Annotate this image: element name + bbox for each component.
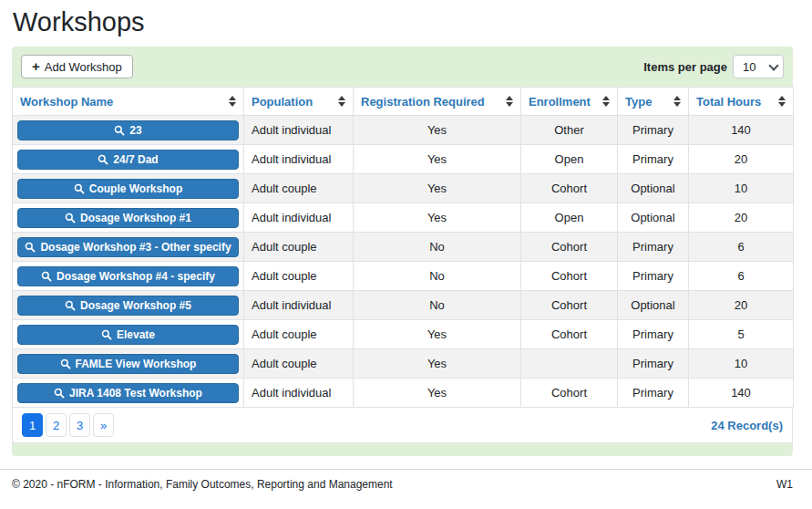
type-cell: Optional: [618, 203, 689, 233]
magnifier-icon: [74, 183, 85, 194]
workshop-name-button[interactable]: 24/7 Dad: [17, 150, 239, 170]
table-row: Dosage Workshop #4 - specify Adult coupl…: [13, 262, 794, 291]
pagination: 123»: [22, 413, 114, 437]
type-cell: Optional: [618, 174, 689, 203]
registration-required-cell: Yes: [354, 320, 521, 349]
table-header-row: Workshop Name Population Registration Re…: [13, 88, 794, 116]
enrollment-cell: Cohort: [521, 291, 618, 320]
population-cell: Adult individual: [244, 145, 354, 174]
site-footer: © 2020 - nFORM - Information, Family Out…: [0, 469, 812, 491]
workshop-name-label: FAMLE View Workshop: [76, 358, 197, 370]
workshop-name-button[interactable]: FAMLE View Workshop: [17, 354, 239, 374]
workshop-name-button[interactable]: 23: [17, 120, 239, 140]
total-hours-cell: 20: [689, 203, 794, 233]
magnifier-icon: [25, 242, 36, 253]
workshops-panel: + Add Workshop Items per page 10: [12, 47, 793, 456]
workshop-name-label: Dosage Workshop #3 - Other specify: [40, 241, 231, 254]
column-header-enrollment[interactable]: Enrollment: [521, 88, 618, 116]
workshop-name-label: 23: [129, 124, 141, 137]
sort-icon[interactable]: [673, 96, 681, 107]
total-hours-cell: 140: [689, 379, 794, 408]
registration-required-cell: No: [354, 291, 521, 320]
pagination-page-2[interactable]: 2: [46, 413, 67, 437]
sort-icon[interactable]: [778, 96, 786, 107]
magnifier-icon: [98, 154, 108, 165]
table-row: FAMLE View Workshop Adult couple Yes Pri…: [13, 349, 794, 379]
registration-required-cell: Yes: [354, 379, 521, 408]
total-hours-cell: 20: [689, 145, 794, 174]
enrollment-cell: Cohort: [521, 233, 618, 262]
sort-icon[interactable]: [229, 96, 236, 107]
column-header-workshop-name[interactable]: Workshop Name: [13, 88, 244, 116]
workshop-name-label: Elevate: [117, 328, 155, 341]
total-hours-cell: 6: [689, 262, 794, 291]
workshop-name-button[interactable]: Dosage Workshop #5: [17, 296, 239, 316]
total-hours-cell: 5: [689, 320, 794, 349]
enrollment-cell: Open: [521, 145, 618, 174]
table-row: JIRA 1408 Test Workshop Adult individual…: [13, 379, 794, 408]
population-cell: Adult couple: [244, 233, 354, 262]
type-cell: Primary: [618, 379, 689, 408]
workshop-name-label: Dosage Workshop #1: [80, 212, 191, 224]
table-row: Elevate Adult couple Yes Cohort Primary …: [13, 320, 794, 349]
type-cell: Primary: [618, 262, 689, 291]
enrollment-cell: Other: [521, 116, 618, 145]
total-hours-cell: 140: [689, 116, 794, 145]
population-cell: Adult couple: [244, 349, 354, 379]
page-title: Workshops: [13, 7, 793, 37]
type-cell: Primary: [618, 233, 689, 262]
registration-required-cell: No: [354, 262, 521, 291]
items-per-page-control: Items per page 10: [643, 55, 784, 78]
enrollment-cell: Open: [521, 203, 618, 233]
footer-copyright: © 2020 - nFORM - Information, Family Out…: [12, 478, 393, 491]
registration-required-cell: Yes: [354, 203, 521, 233]
column-header-type[interactable]: Type: [618, 88, 689, 116]
plus-icon: +: [32, 59, 40, 73]
total-hours-cell: 20: [689, 291, 794, 320]
pagination-page-1[interactable]: 1: [22, 413, 43, 437]
registration-required-cell: Yes: [354, 349, 521, 379]
workshop-name-button[interactable]: Couple Workshop: [17, 179, 239, 199]
table-row: Dosage Workshop #5 Adult individual No C…: [13, 291, 794, 320]
workshop-name-button[interactable]: Dosage Workshop #3 - Other specify: [17, 237, 239, 257]
magnifier-icon: [54, 388, 65, 399]
column-header-population[interactable]: Population: [244, 88, 354, 116]
magnifier-icon: [60, 358, 71, 369]
table-footer: 123» 24 Record(s): [12, 408, 793, 443]
add-workshop-button[interactable]: + Add Workshop: [21, 55, 133, 78]
column-header-registration-required[interactable]: Registration Required: [354, 88, 521, 116]
sort-icon[interactable]: [506, 96, 513, 107]
sort-icon[interactable]: [338, 96, 345, 107]
population-cell: Adult individual: [244, 291, 354, 320]
magnifier-icon: [101, 329, 112, 340]
enrollment-cell: [521, 349, 618, 379]
enrollment-cell: Cohort: [521, 320, 618, 349]
type-cell: Primary: [618, 320, 689, 349]
workshops-table: Workshop Name Population Registration Re…: [12, 87, 794, 408]
type-cell: Primary: [618, 145, 689, 174]
column-header-total-hours[interactable]: Total Hours: [689, 88, 794, 116]
pagination-next-button[interactable]: »: [93, 413, 114, 437]
items-per-page-select[interactable]: 10: [733, 55, 784, 78]
population-cell: Adult couple: [244, 262, 354, 291]
workshop-name-button[interactable]: Elevate: [17, 325, 239, 345]
workshops-tbody: 23 Adult individual Yes Other Primary 14…: [13, 116, 794, 408]
type-cell: Optional: [618, 291, 689, 320]
population-cell: Adult individual: [244, 116, 354, 145]
workshop-name-label: Dosage Workshop #4 - specify: [57, 270, 215, 283]
magnifier-icon: [41, 271, 52, 282]
table-row: 24/7 Dad Adult individual Yes Open Prima…: [13, 145, 794, 174]
table-row: Couple Workshop Adult couple Yes Cohort …: [13, 174, 794, 203]
workshop-name-button[interactable]: JIRA 1408 Test Workshop: [17, 383, 239, 403]
pagination-page-3[interactable]: 3: [69, 413, 90, 437]
toolbar: + Add Workshop Items per page 10: [12, 55, 793, 78]
workshop-name-button[interactable]: Dosage Workshop #1: [17, 208, 239, 228]
records-count: 24 Record(s): [711, 419, 783, 432]
registration-required-cell: No: [354, 233, 521, 262]
add-workshop-label: Add Workshop: [45, 60, 122, 74]
population-cell: Adult individual: [244, 203, 354, 233]
total-hours-cell: 10: [689, 349, 794, 379]
sort-icon[interactable]: [602, 96, 610, 107]
registration-required-cell: Yes: [354, 116, 521, 145]
workshop-name-button[interactable]: Dosage Workshop #4 - specify: [17, 266, 239, 286]
